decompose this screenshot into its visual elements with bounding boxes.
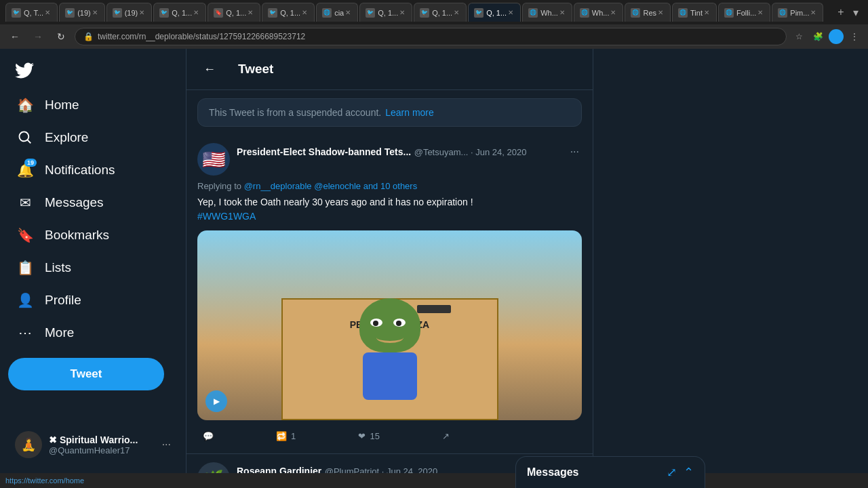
tab-close-button[interactable]: ✕	[246, 9, 254, 16]
tweet-button[interactable]: Tweet	[8, 358, 164, 390]
avatar: 🧘	[15, 431, 42, 458]
share-button[interactable]: ↗	[437, 427, 455, 445]
browser-tab-15[interactable]: 🌐Folli...✕	[718, 3, 770, 22]
tweet-avatar-2[interactable]: 🌿	[197, 462, 230, 473]
extensions-button[interactable]: 🧩	[810, 28, 826, 45]
tab-close-button[interactable]: ✕	[809, 9, 817, 16]
tab-label: Folli...	[736, 9, 756, 17]
tab-close-button[interactable]: ✕	[656, 9, 665, 16]
tab-close-button[interactable]: ✕	[452, 9, 460, 16]
play-button[interactable]: ▶	[205, 390, 227, 412]
pepe-eye-left	[370, 319, 382, 327]
tab-close-button[interactable]: ✕	[300, 9, 309, 16]
nav-label-bookmarks: Bookmarks	[45, 228, 109, 243]
tab-favicon: 🌐	[322, 8, 332, 18]
tab-label: Q, T...	[24, 9, 43, 17]
retweet-icon: 🔁	[276, 431, 287, 441]
explore-icon	[18, 130, 33, 145]
tab-close-button[interactable]: ✕	[609, 9, 617, 16]
lists-icon: 📋	[17, 260, 34, 276]
browser-tab-4[interactable]: 🐦Q, 1...✕	[153, 3, 206, 22]
heart-icon: ❤	[358, 431, 366, 441]
tab-favicon: 🐦	[113, 8, 122, 18]
browser-tab-6[interactable]: 🐦Q, 1...✕	[262, 3, 315, 22]
tab-close-button[interactable]: ✕	[138, 9, 146, 16]
messages-expand-button[interactable]: ⤢	[667, 465, 677, 480]
sidebar-item-more[interactable]: ⋯More	[8, 317, 178, 348]
browser-tab-5[interactable]: 🔖Q, 1...✕	[208, 3, 260, 22]
tweet-hashtag[interactable]: #WWG1WGA	[197, 211, 256, 222]
tab-close-button[interactable]: ✕	[558, 9, 566, 16]
menu-button[interactable]: ⋮	[846, 28, 863, 45]
tab-close-button[interactable]: ✕	[192, 9, 200, 16]
sidebar-user[interactable]: 🧘 ✖ Spiritual Warrio... @QuantumHealer17…	[8, 424, 178, 465]
tab-close-button[interactable]: ✕	[507, 9, 515, 16]
tab-list-button[interactable]: ▾	[849, 6, 863, 19]
status-bar: https://twitter.com/home	[0, 473, 868, 488]
browser-tab-1[interactable]: 🐦Q, T...✕	[5, 3, 58, 22]
browser-tab-14[interactable]: 🌐Tint✕	[672, 3, 717, 22]
messages-close-button[interactable]: ⌃	[684, 465, 694, 480]
tweet-card: 🇺🇸 President-Elect Shadow-banned Tets...…	[186, 135, 593, 454]
tab-label: (19)	[77, 9, 91, 17]
tab-favicon: 🌐	[580, 8, 589, 18]
tab-favicon: 🔖	[214, 8, 223, 18]
tab-close-button[interactable]: ✕	[91, 9, 99, 16]
address-bar[interactable]: 🔒 twitter.com/rn__deplorable/status/1275…	[75, 28, 787, 45]
browser-tab-10[interactable]: 🐦Q, 1...✕	[468, 3, 521, 22]
browser-tab-13[interactable]: 🌐Res✕	[625, 3, 671, 22]
sidebar-item-home[interactable]: 🏠Home	[8, 89, 178, 121]
tab-close-button[interactable]: ✕	[43, 9, 52, 16]
browser-chrome: 🐦Q, T...✕🐦(19)✕🐦(19)✕🐦Q, 1...✕🔖Q, 1...✕🐦…	[0, 0, 868, 49]
sidebar-item-profile[interactable]: 👤Profile	[8, 285, 178, 316]
browser-tab-9[interactable]: 🐦Q, 1...✕	[414, 3, 467, 22]
reply-to-handles[interactable]: @rn__deplorable @elenochle and 10 others	[244, 181, 418, 191]
sidebar-item-messages[interactable]: ✉Messages	[8, 187, 178, 218]
tab-close-button[interactable]: ✕	[703, 9, 711, 16]
browser-tab-3[interactable]: 🐦(19)✕	[106, 3, 153, 22]
sidebar-item-bookmarks[interactable]: 🔖Bookmarks	[8, 220, 178, 251]
tweet-avatar[interactable]: 🇺🇸	[197, 143, 230, 176]
browser-tab-8[interactable]: 🐦Q, 1...✕	[359, 3, 412, 22]
profile-button[interactable]	[829, 29, 844, 44]
browser-tab-2[interactable]: 🐦(19)✕	[59, 3, 105, 22]
sidebar-item-lists[interactable]: 📋Lists	[8, 252, 178, 283]
browser-tab-12[interactable]: 🌐Wh...✕	[574, 3, 624, 22]
user-display-name: ✖ Spiritual Warrio...	[49, 434, 155, 445]
tab-favicon: 🐦	[366, 8, 375, 18]
twitter-logo[interactable]	[8, 54, 41, 87]
nav-label-explore: Explore	[45, 130, 88, 145]
app-container: 🏠HomeExplore🔔19Notifications✉Messages🔖Bo…	[0, 49, 868, 473]
back-button[interactable]: ←	[5, 27, 24, 46]
tweet-more-button[interactable]: ···	[568, 143, 582, 161]
browser-tab-11[interactable]: 🌐Wh...✕	[522, 3, 572, 22]
tab-close-button[interactable]: ✕	[344, 9, 352, 16]
tweet-image[interactable]: 11946 PEPE'S NY PIZZA	[197, 230, 582, 420]
sidebar-item-notifications[interactable]: 🔔19Notifications	[8, 155, 178, 186]
forward-button[interactable]: →	[28, 27, 47, 46]
messages-panel[interactable]: Messages ⤢ ⌃	[515, 456, 705, 488]
sidebar: 🏠HomeExplore🔔19Notifications✉Messages🔖Bo…	[0, 49, 186, 473]
tab-label: Wh...	[540, 9, 558, 17]
reload-button[interactable]: ↻	[52, 27, 71, 46]
bookmark-button[interactable]: ☆	[791, 28, 807, 45]
nav-icon-more: ⋯	[16, 324, 34, 342]
avatar-flag: 🇺🇸	[202, 148, 226, 171]
sidebar-item-explore[interactable]: Explore	[8, 122, 178, 153]
browser-tab-7[interactable]: 🌐cia✕	[316, 3, 358, 22]
browser-tab-16[interactable]: 🌐Pim...✕	[772, 3, 823, 22]
tab-close-button[interactable]: ✕	[398, 9, 406, 16]
like-button[interactable]: ❤ 15	[353, 427, 384, 445]
back-arrow-icon: ←	[203, 62, 216, 77]
retweet-button[interactable]: 🔁 1	[271, 427, 301, 445]
notification-badge: 19	[24, 159, 37, 167]
tweet-handle-date: @Tetsuyam... · Jun 24, 2020	[414, 147, 527, 157]
new-tab-button[interactable]: +	[833, 4, 849, 20]
learn-more-link[interactable]: Learn more	[385, 107, 434, 118]
reply-button[interactable]: 💬	[197, 427, 219, 445]
lock-icon: 🔒	[83, 32, 94, 41]
main-content: ← Tweet This Tweet is from a suspended a…	[186, 49, 593, 473]
tab-close-button[interactable]: ✕	[756, 9, 764, 16]
pepe-scene: 11946 PEPE'S NY PIZZA	[197, 230, 582, 420]
back-button[interactable]: ←	[197, 57, 222, 81]
